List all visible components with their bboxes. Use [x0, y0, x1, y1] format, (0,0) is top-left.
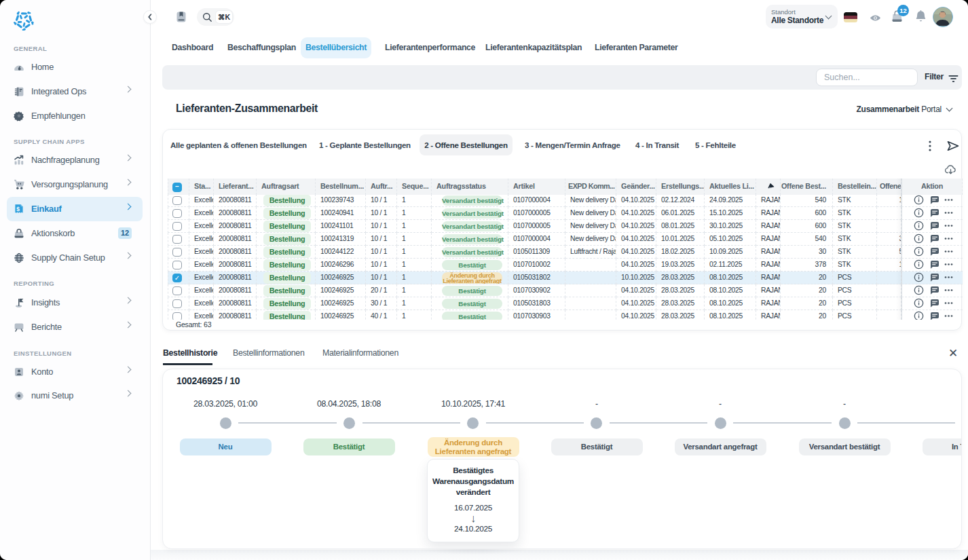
- svg-text:$: $: [16, 206, 20, 212]
